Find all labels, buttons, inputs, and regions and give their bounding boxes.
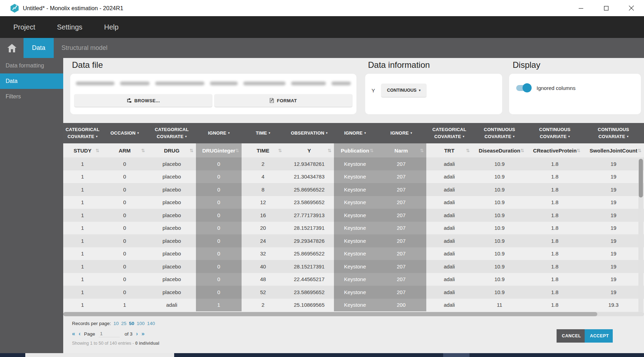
- sidebar-item-filters[interactable]: Filters: [0, 89, 63, 104]
- records-option-100[interactable]: 100: [137, 321, 145, 326]
- horizontal-scrollbar-thumb[interactable]: [63, 312, 597, 316]
- horizontal-scrollbar[interactable]: [63, 312, 644, 316]
- column-type-dropdown-CReactiveProtein[interactable]: CONTINUOUSCOVARIATE▾: [527, 123, 583, 143]
- table-cell-ARM: 0: [102, 157, 147, 170]
- first-page-icon[interactable]: «: [72, 331, 75, 337]
- column-type-dropdown-TIME[interactable]: TIME▾: [242, 123, 284, 143]
- table-cell-Y: 27.77173913: [284, 209, 334, 222]
- table-cell-SwollenJointCount: 19: [583, 286, 644, 299]
- table-cell-Narm: 207: [376, 170, 426, 183]
- sort-icon[interactable]: ⇅: [638, 148, 642, 153]
- table-cell-Publication: Keystone: [334, 209, 376, 222]
- chevron-down-icon: ▾: [137, 132, 139, 135]
- column-header-SwollenJointCount[interactable]: SwollenJointCount⇅: [583, 143, 644, 157]
- table-cell-DiseaseDuration: 10.9: [472, 222, 527, 235]
- table-cell-TRT: adali: [426, 183, 472, 196]
- column-header-Narm[interactable]: Narm⇅: [376, 143, 426, 157]
- table-cell-CReactiveProtein: 1.8: [527, 260, 583, 273]
- sort-icon[interactable]: ⇅: [278, 148, 282, 153]
- menu-project[interactable]: Project: [11, 22, 38, 33]
- chevron-down-icon: ▾: [627, 135, 629, 138]
- sort-icon[interactable]: ⇅: [420, 148, 424, 153]
- column-type-label: TIME: [256, 130, 267, 137]
- browse-tree-icon: [127, 98, 132, 103]
- tab-bar: Data Structural model: [0, 38, 644, 58]
- table-cell-Narm: 207: [376, 196, 426, 209]
- maximize-icon[interactable]: [593, 0, 619, 16]
- column-header-STUDY[interactable]: STUDY⇅: [63, 143, 102, 157]
- sidebar-item-data[interactable]: Data: [0, 73, 63, 89]
- column-header-TIME[interactable]: TIME⇅: [242, 143, 284, 157]
- toggle-knob: [523, 83, 532, 92]
- y-type-value: CONTINUOUS: [387, 88, 416, 93]
- column-header-DRUGinteger[interactable]: DRUGinteger⇅: [196, 143, 242, 157]
- column-type-dropdown-Publication[interactable]: IGNORE▾: [334, 123, 376, 143]
- column-name: ARM: [119, 148, 131, 154]
- entries-summary-individual: 0 individual: [135, 341, 159, 346]
- cancel-button[interactable]: CANCEL: [557, 329, 585, 343]
- table-cell-CReactiveProtein: 1.8: [527, 273, 583, 286]
- column-header-ARM[interactable]: ARM⇅: [102, 143, 147, 157]
- table-cell-CReactiveProtein: 1.8: [527, 170, 583, 183]
- column-type-dropdown-ARM[interactable]: OCCASION▾: [102, 123, 147, 143]
- format-button[interactable]: FORMAT: [215, 94, 352, 107]
- sort-icon[interactable]: ⇅: [370, 148, 374, 153]
- table-cell-DRUGinteger: 0: [196, 196, 242, 209]
- column-type-dropdown-TRT[interactable]: CATEGORICALCOVARIATE▾: [426, 123, 472, 143]
- close-icon[interactable]: [619, 0, 644, 16]
- minimize-icon[interactable]: [568, 0, 593, 16]
- table-row: 11adali1225.10869565Keystone200adali111.…: [63, 299, 644, 312]
- column-type-dropdown-Y[interactable]: OBSERVATION▾: [284, 123, 334, 143]
- sort-icon[interactable]: ⇅: [577, 148, 580, 153]
- table-cell-TIME: 20: [242, 222, 284, 235]
- records-option-140[interactable]: 140: [147, 321, 155, 326]
- sort-icon[interactable]: ⇅: [520, 148, 524, 153]
- vertical-scrollbar-thumb[interactable]: [639, 159, 643, 197]
- sidebar-item-data-formatting[interactable]: Data formatting: [0, 58, 63, 73]
- menu-settings[interactable]: Settings: [54, 22, 85, 33]
- column-header-CReactiveProtein[interactable]: CReactiveProtein⇅: [527, 143, 583, 157]
- sort-icon[interactable]: ⇅: [466, 148, 470, 153]
- table-cell-STUDY: 1: [63, 222, 102, 235]
- menu-help[interactable]: Help: [101, 22, 121, 33]
- sort-icon[interactable]: ⇅: [141, 148, 145, 153]
- ignored-columns-toggle[interactable]: [516, 85, 531, 91]
- table-cell-TRT: adali: [426, 196, 472, 209]
- column-header-Publication[interactable]: Publication⇅: [334, 143, 376, 157]
- column-type-dropdown-SwollenJointCount[interactable]: CONTINUOUSCOVARIATE▾: [583, 123, 644, 143]
- table-cell-DRUGinteger: 0: [196, 183, 242, 196]
- table-cell-TIME: 12: [242, 196, 284, 209]
- next-page-icon[interactable]: ›: [136, 331, 138, 337]
- y-type-dropdown[interactable]: CONTINUOUS ▾: [381, 84, 426, 97]
- column-type-dropdown-STUDY[interactable]: CATEGORICALCOVARIATE▾: [63, 123, 102, 143]
- prev-page-icon[interactable]: ‹: [79, 331, 80, 337]
- column-header-TRT[interactable]: TRT⇅: [426, 143, 472, 157]
- accept-button[interactable]: ACCEPT: [585, 329, 613, 343]
- column-header-DiseaseDuration[interactable]: DiseaseDuration⇅: [472, 143, 527, 157]
- sort-icon[interactable]: ⇅: [190, 148, 193, 153]
- sort-icon[interactable]: ⇅: [235, 148, 239, 153]
- column-type-dropdown-DRUGinteger[interactable]: IGNORE▾: [196, 123, 242, 143]
- page-number-input[interactable]: [99, 330, 120, 337]
- tab-structural-model[interactable]: Structural model: [54, 38, 115, 58]
- sort-icon[interactable]: ⇅: [96, 148, 99, 153]
- table-cell-Narm: 207: [376, 286, 426, 299]
- records-option-10[interactable]: 10: [113, 321, 119, 326]
- table-cell-DRUG: adali: [147, 299, 196, 312]
- home-tab[interactable]: [0, 38, 24, 58]
- table-cell-DRUG: placebo: [147, 222, 196, 235]
- column-header-DRUG[interactable]: DRUG⇅: [147, 143, 196, 157]
- column-type-dropdown-DiseaseDuration[interactable]: CONTINUOUSCOVARIATE▾: [472, 123, 527, 143]
- vertical-scrollbar[interactable]: [638, 158, 643, 312]
- browse-button[interactable]: BROWSE...: [74, 94, 212, 107]
- column-type-dropdown-Narm[interactable]: IGNORE▾: [376, 123, 426, 143]
- sort-icon[interactable]: ⇅: [328, 148, 331, 153]
- column-type-label: OCCASION: [111, 130, 136, 137]
- tab-data[interactable]: Data: [24, 38, 54, 58]
- records-option-25[interactable]: 25: [121, 321, 126, 326]
- table-cell-DiseaseDuration: 11: [472, 299, 527, 312]
- records-option-50[interactable]: 50: [129, 321, 134, 326]
- last-page-icon[interactable]: »: [142, 331, 145, 337]
- column-type-dropdown-DRUG[interactable]: CATEGORICALCOVARIATE▾: [147, 123, 196, 143]
- column-header-Y[interactable]: Y⇅: [284, 143, 334, 157]
